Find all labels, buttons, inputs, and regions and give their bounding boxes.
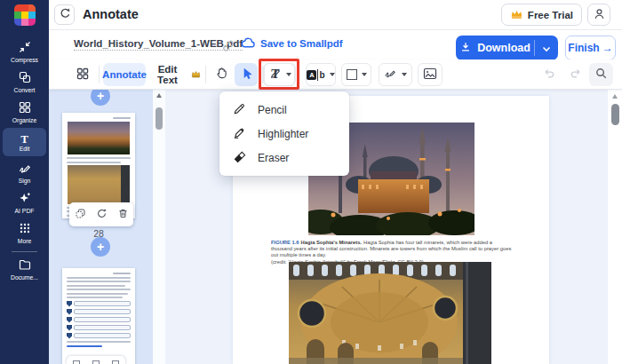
thumbnail-scrollbar [153,90,165,364]
undo-icon [542,67,556,83]
sidebar-item-more[interactable]: More [3,218,46,247]
redo-icon [569,67,583,83]
flowchart-box [74,317,131,322]
sidebar-label: Organize [12,117,37,123]
chevron-arrow-icon [67,325,72,331]
edit-text-icon: T [20,133,28,145]
page-thumbnails-panel: + [49,90,153,364]
select-tool-button[interactable] [235,63,258,86]
filename-field[interactable]: World_History_Volume_1-WEB.pdf [74,38,243,51]
sidebar-item-documents[interactable]: Docume... [3,255,46,283]
chevron-down-icon [402,73,407,76]
menu-item-label: Highlighter [258,128,308,140]
crown-icon [191,69,201,80]
more-grid-icon [19,222,31,237]
highlight-text-tool-button[interactable]: A b [306,63,336,86]
add-page-button[interactable]: + [91,237,110,257]
add-page-button[interactable]: + [91,90,110,106]
account-button[interactable] [587,4,610,26]
thumb-photo-interior [68,165,130,204]
draw-tool-button[interactable] [264,63,296,86]
restart-tool-button[interactable] [54,4,75,25]
chevron-down-icon [362,73,367,76]
tab-edit-text[interactable]: Edit Text [148,63,201,86]
signature-tool-button[interactable] [379,63,412,86]
convert-icon [19,71,31,86]
hand-icon [214,67,227,83]
smallpdf-logo-icon [14,4,36,26]
sidebar-label: Convert [14,87,36,93]
pan-tool-button[interactable] [210,63,232,86]
thumb-photo-exterior [68,122,130,154]
text-cursor-icon [317,69,318,81]
scrollbar-thumb[interactable] [156,107,163,130]
menu-item-label: Pencil [258,104,287,116]
free-trial-button[interactable]: Free Trial [501,4,582,26]
tab-annotate[interactable]: Annotate [103,63,146,86]
folder-icon [19,258,31,273]
menu-item-highlighter[interactable]: Highlighter [219,122,349,146]
chevron-arrow-icon [67,333,72,339]
sidebar-label: Docume... [11,274,38,281]
shape-tool-button[interactable] [341,63,371,86]
sidebar-item-convert[interactable]: Convert [3,67,46,96]
smallpdf-annotate-app: Annotate Free Trial Compress Convert Org… [0,0,622,364]
compress-icon [19,41,31,56]
page-overview-button[interactable] [71,63,94,86]
toolbar-divider [99,66,100,83]
sidebar-item-compress[interactable]: Compress [3,37,46,66]
duplicate-icon [75,208,86,222]
organize-icon [19,101,31,116]
signature-icon [384,67,397,83]
cloud-icon [241,36,256,51]
rotate-page-button[interactable] [96,208,108,222]
draw-tool-menu: Pencil Highlighter Eraser [219,91,349,176]
finish-button[interactable]: Finish → [565,36,616,60]
download-options-button[interactable] [535,36,558,60]
sidebar-item-organize[interactable]: Organize [3,98,46,126]
flowchart-box [74,325,131,330]
page-actions-toolbar [69,202,133,226]
duplicate-page-button[interactable] [75,208,86,222]
eraser-icon [233,150,246,166]
document-scrollbar [608,90,622,364]
menu-item-eraser[interactable]: Eraser [219,146,349,170]
undo-button[interactable] [539,63,559,86]
sidebar-item-edit[interactable]: T Edit [3,128,46,156]
thumb-text-line [67,285,125,287]
delete-page-button[interactable] [117,208,129,222]
annotate-toolbar: Annotate Edit Text T [49,59,622,90]
search-button[interactable] [589,63,613,86]
save-to-smallpdf-button[interactable]: Save to Smallpdf [241,36,343,51]
highlight-a-icon: A [307,70,316,80]
menu-item-pencil[interactable]: Pencil [219,98,349,122]
flowchart-row [67,325,131,331]
download-split-button: Download [456,36,558,60]
tools-sidebar: Compress Convert Organize T Edit Sign AI… [0,30,49,364]
thumb-text-line [67,289,131,290]
sidebar-item-ai-pdf[interactable]: AI PDF [3,188,46,217]
share-link-icon[interactable] [220,38,235,56]
flowchart-row [67,317,131,323]
page-thumbnail-29[interactable] [62,268,135,364]
edit-text-tab-label: Edit Text [148,64,187,85]
signature-icon [19,162,31,177]
thumb-header-line [113,273,131,274]
redo-button[interactable] [566,63,586,86]
save-label: Save to Smallpdf [260,38,343,49]
download-button[interactable]: Download [456,36,534,60]
trash-icon [117,208,129,222]
sidebar-item-sign[interactable]: Sign [3,158,46,186]
image-tool-button[interactable] [418,63,443,86]
rotate-ccw-icon [59,7,71,22]
scroll-up-icon[interactable] [156,93,162,98]
chevron-down-icon [542,42,551,55]
scroll-up-icon[interactable] [612,94,618,99]
chevron-down-icon [330,73,335,76]
icon-stub [92,360,100,364]
thumb-header-line [113,117,131,119]
highlight-b-glyph: b [319,70,324,80]
pencil-icon [269,67,282,83]
app-logo[interactable] [0,0,49,30]
scrollbar-thumb[interactable] [611,104,619,125]
